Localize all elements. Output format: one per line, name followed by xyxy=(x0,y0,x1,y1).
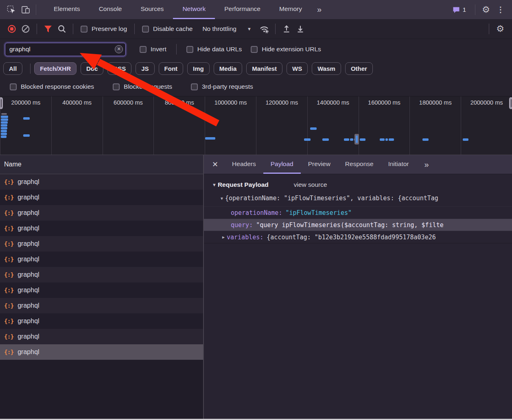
name-column-header[interactable]: Name xyxy=(0,155,203,174)
requests-table-panel: Name {:} graphql {:} graphql {:} graphql xyxy=(0,155,204,419)
devtools-settings-button[interactable]: ⚙ xyxy=(479,4,493,15)
request-type-chip[interactable]: Other xyxy=(345,62,373,75)
request-row[interactable]: {:} graphql xyxy=(0,190,203,205)
filter-option-toggle[interactable]: Blocked requests xyxy=(113,83,172,90)
panel-tab[interactable]: Console xyxy=(90,0,131,19)
export-har-icon xyxy=(296,24,305,33)
close-detail-button[interactable]: ✕ xyxy=(204,155,225,174)
request-type-chip[interactable]: Fetch/XHR xyxy=(34,62,77,75)
more-tabs-button[interactable]: » xyxy=(311,0,326,19)
timeline-selected-marker xyxy=(354,134,359,144)
request-row[interactable]: {:} graphql xyxy=(0,174,203,190)
panel-tab[interactable]: Network xyxy=(173,0,215,19)
timeline-request-bar xyxy=(1,116,8,118)
request-type-chip[interactable]: CSS xyxy=(107,62,131,75)
hide-extension-urls-checkbox[interactable] xyxy=(251,46,258,53)
record-network-log-button[interactable] xyxy=(5,22,19,35)
request-row[interactable]: {:} graphql xyxy=(0,344,203,360)
record-icon xyxy=(7,24,16,33)
payload-row-variables[interactable]: ▶ variables: {accountTag: "b12e3b2192ee5… xyxy=(204,231,512,243)
network-overview-timeline[interactable]: 200000 ms400000 ms600000 ms800000 ms1000… xyxy=(0,96,512,155)
payload-row-operation-name[interactable]: operationName: "ipFlowTimeseries" xyxy=(204,206,512,219)
request-row[interactable]: {:} graphql xyxy=(0,282,203,298)
triangle-down-icon[interactable]: ▼ xyxy=(219,196,225,201)
network-settings-button[interactable]: ⚙ xyxy=(493,22,507,35)
timeline-left-handle[interactable] xyxy=(0,97,3,109)
detail-tab[interactable]: Response xyxy=(338,155,381,174)
timeline-request-bar xyxy=(1,121,8,124)
panel-tab[interactable]: Performance xyxy=(215,0,270,19)
preserve-log-checkbox[interactable] xyxy=(81,26,88,33)
request-type-chip[interactable]: Img xyxy=(187,62,210,75)
export-har-button[interactable] xyxy=(293,22,307,35)
filter-toggle-button[interactable] xyxy=(41,22,55,35)
filter-input[interactable] xyxy=(5,43,126,56)
request-type-chip[interactable]: WS xyxy=(287,62,308,75)
request-type-chip[interactable]: Font xyxy=(159,62,183,75)
filter-option-toggle[interactable]: Blocked response cookies xyxy=(10,83,94,90)
request-row[interactable]: {:} graphql xyxy=(0,205,203,221)
request-row[interactable]: {:} graphql xyxy=(0,313,203,329)
request-row[interactable]: {:} graphql xyxy=(0,267,203,282)
inspect-element-button[interactable] xyxy=(4,0,19,19)
device-toolbar-button[interactable] xyxy=(19,0,33,19)
issues-counter-button[interactable]: 1 xyxy=(452,6,466,14)
section-title: Request Payload xyxy=(218,181,269,188)
hide-extension-urls-toggle[interactable]: Hide extension URLs xyxy=(251,46,321,53)
search-network-button[interactable] xyxy=(55,22,69,35)
hide-data-urls-checkbox[interactable] xyxy=(186,46,193,53)
filter-option-toggle[interactable]: 3rd-party requests xyxy=(191,83,253,90)
request-type-chip[interactable]: Manifest xyxy=(246,62,282,75)
timeline-right-handle[interactable] xyxy=(509,97,512,109)
detail-tab[interactable]: Preview xyxy=(301,155,338,174)
request-row[interactable]: {:} graphql xyxy=(0,236,203,252)
devtools-menu-button[interactable]: ⋮ xyxy=(493,5,508,14)
disable-cache-checkbox[interactable] xyxy=(142,26,149,33)
request-type-chip[interactable]: Wasm xyxy=(312,62,341,75)
payload-summary-row[interactable]: ▼ {operationName: "ipFlowTimeseries", va… xyxy=(204,192,512,204)
request-row[interactable]: {:} graphql xyxy=(0,252,203,267)
request-type-chip[interactable]: JS xyxy=(136,62,154,75)
throttling-dropdown[interactable]: No throttling ▼ xyxy=(202,25,251,33)
triangle-down-icon[interactable]: ▼ xyxy=(212,182,217,187)
filter-option-checkbox[interactable] xyxy=(113,83,120,90)
request-name: graphql xyxy=(18,333,39,340)
panel-tab[interactable]: Sources xyxy=(131,0,173,19)
clear-filter-button[interactable]: ✕ xyxy=(115,45,123,53)
timeline-request-bar xyxy=(385,138,388,141)
hide-data-urls-toggle[interactable]: Hide data URLs xyxy=(186,46,242,53)
request-payload-section[interactable]: ▼ Request Payload view source xyxy=(204,174,512,192)
request-name: graphql xyxy=(18,209,39,217)
requests-list: {:} graphql {:} graphql {:} graphql {:} … xyxy=(0,174,203,419)
request-row[interactable]: {:} graphql xyxy=(0,298,203,313)
fetch-xhr-icon: {:} xyxy=(4,271,13,278)
invert-checkbox[interactable] xyxy=(140,46,147,53)
view-source-link[interactable]: view source xyxy=(294,181,327,188)
detail-tab[interactable]: Payload xyxy=(263,155,301,174)
network-conditions-button[interactable] xyxy=(257,22,271,35)
timeline-request-bar xyxy=(1,133,7,135)
detail-tab[interactable]: Headers xyxy=(225,155,263,174)
request-type-chip[interactable]: Media xyxy=(214,62,243,75)
network-filter-options: Blocked response cookies Blocked request… xyxy=(0,77,512,96)
detail-tab[interactable]: Initiator xyxy=(381,155,416,174)
preserve-log-toggle[interactable]: Preserve log xyxy=(81,25,127,33)
filter-option-checkbox[interactable] xyxy=(191,83,198,90)
toolbar-divider xyxy=(275,24,276,34)
disable-cache-toggle[interactable]: Disable cache xyxy=(142,25,193,33)
request-row[interactable]: {:} graphql xyxy=(0,329,203,344)
invert-filter-toggle[interactable]: Invert xyxy=(140,46,166,53)
payload-panel: ▼ Request Payload view source ▼ {operati… xyxy=(204,174,512,419)
request-type-chip[interactable]: All xyxy=(3,62,22,75)
filter-option-checkbox[interactable] xyxy=(10,83,17,90)
request-row[interactable]: {:} graphql xyxy=(0,221,203,236)
clear-network-log-button[interactable] xyxy=(19,22,33,35)
panel-tab[interactable]: Elements xyxy=(44,0,90,19)
timeline-request-bar xyxy=(1,127,7,129)
panel-tab[interactable]: Memory xyxy=(270,0,311,19)
more-detail-tabs-button[interactable]: » xyxy=(418,155,433,174)
import-har-button[interactable] xyxy=(280,22,293,35)
triangle-right-icon[interactable]: ▶ xyxy=(220,235,227,239)
request-type-chip[interactable]: Doc xyxy=(81,62,103,75)
payload-row-query[interactable]: query: "query ipFlowTimeseries($accountT… xyxy=(204,219,512,231)
